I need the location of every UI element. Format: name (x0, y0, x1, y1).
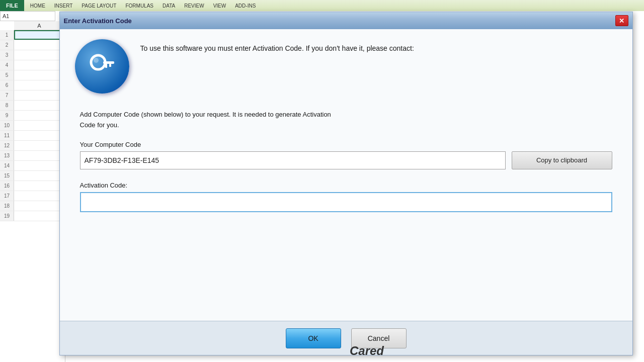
table-row: 11 (0, 131, 65, 141)
cared-text: Cared (350, 344, 384, 358)
table-row: 10 (0, 121, 65, 131)
home-tab[interactable]: HOME (26, 2, 49, 10)
ok-button[interactable]: OK (286, 328, 341, 348)
table-row: 2 (0, 40, 65, 50)
column-header-a: A (14, 21, 65, 30)
addins-tab[interactable]: ADD-INS (231, 2, 260, 10)
formulas-tab[interactable]: FORMULAS (121, 2, 157, 10)
svg-point-0 (91, 55, 105, 69)
ribbon-tabs: HOME INSERT PAGE LAYOUT FORMULAS DATA RE… (26, 2, 260, 10)
review-tab[interactable]: REVIEW (180, 2, 208, 10)
dialog-overlay: Enter Activation Code ✕ (58, 10, 634, 357)
page-layout-tab[interactable]: PAGE LAYOUT (77, 2, 120, 10)
svg-point-4 (94, 58, 99, 63)
computer-code-input[interactable] (80, 151, 506, 169)
table-row: 15 (0, 171, 65, 181)
cell-ref-value: A1 (3, 13, 9, 19)
table-row: 17 (0, 191, 65, 201)
activation-dialog: Enter Activation Code ✕ (59, 12, 633, 355)
cell-reference-box[interactable]: A1 (0, 11, 55, 21)
table-row: 19 (0, 211, 65, 221)
table-row: 6 (0, 80, 65, 90)
view-tab[interactable]: VIEW (209, 2, 230, 10)
dialog-content: To use this software you must enter Acti… (60, 29, 632, 321)
key-icon-container (75, 39, 130, 95)
dialog-titlebar: Enter Activation Code ✕ (60, 12, 632, 29)
table-row: 1 (0, 30, 65, 40)
dialog-description: To use this software you must enter Acti… (140, 39, 617, 54)
table-row: 12 (0, 141, 65, 151)
table-row: 16 (0, 181, 65, 191)
grid-rows: 1 2 3 4 5 6 7 8 9 10 11 12 13 14 15 16 1… (0, 30, 65, 221)
copy-to-clipboard-button[interactable]: Copy to clipboard (512, 151, 612, 169)
computer-code-row: Copy to clipboard (80, 151, 612, 169)
svg-rect-3 (105, 64, 107, 68)
dialog-footer: OK Cancel (60, 321, 632, 355)
data-tab[interactable]: DATA (158, 2, 179, 10)
spreadsheet-grid: A 1 2 3 4 5 6 7 8 9 10 11 12 13 14 15 16… (0, 21, 65, 362)
table-row: 3 (0, 50, 65, 60)
svg-rect-2 (109, 64, 111, 67)
table-row: 14 (0, 161, 65, 171)
table-row: 4 (0, 60, 65, 70)
table-row: 18 (0, 201, 65, 211)
close-button[interactable]: ✕ (615, 15, 628, 26)
key-icon (75, 39, 129, 94)
key-svg (86, 50, 118, 82)
svg-rect-1 (103, 61, 114, 64)
dialog-middle-section: Add Computer Code (shown below) to your … (75, 110, 617, 212)
insert-tab[interactable]: INSERT (50, 2, 77, 10)
table-row: 5 (0, 70, 65, 80)
activation-code-label: Activation Code: (80, 182, 612, 189)
cell-a1[interactable] (14, 30, 65, 40)
dialog-instructions: Add Computer Code (shown below) to your … (80, 110, 612, 131)
file-tab[interactable]: FILE (0, 0, 24, 11)
activation-code-input[interactable] (80, 192, 612, 212)
dialog-title: Enter Activation Code (64, 17, 132, 25)
table-row: 7 (0, 90, 65, 101)
table-row: 9 (0, 111, 65, 121)
table-row: 13 (0, 151, 65, 161)
computer-code-label: Your Computer Code (80, 141, 612, 148)
table-row: 8 (0, 101, 65, 111)
dialog-top-section: To use this software you must enter Acti… (75, 39, 617, 95)
ribbon: FILE HOME INSERT PAGE LAYOUT FORMULAS DA… (0, 0, 644, 11)
